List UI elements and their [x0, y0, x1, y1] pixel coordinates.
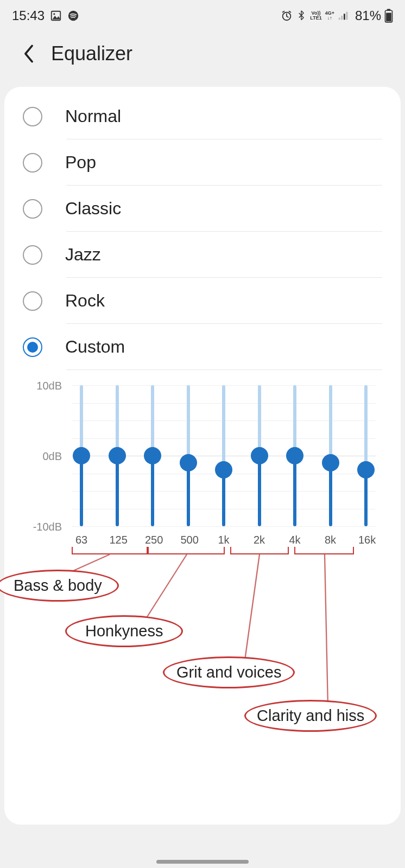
svg-rect-5	[341, 16, 343, 20]
eq-slider-125[interactable]	[112, 385, 123, 526]
eq-freq-label: 1k	[216, 534, 231, 546]
svg-rect-6	[344, 14, 345, 20]
svg-point-1	[53, 13, 55, 15]
preset-row-jazz[interactable]: Jazz	[4, 232, 401, 278]
eq-slider-4k[interactable]	[289, 385, 300, 526]
signal-icon	[338, 10, 350, 21]
navigation-handle[interactable]	[156, 860, 249, 864]
preset-label: Normal	[65, 106, 121, 126]
svg-rect-4	[339, 18, 340, 20]
svg-line-12	[143, 554, 187, 623]
annotation-bubble-bass: Bass & body	[0, 570, 119, 602]
preset-label: Custom	[65, 337, 125, 357]
alarm-icon	[281, 10, 293, 22]
eq-slider-8k[interactable]	[325, 385, 336, 526]
eq-freq-label: 63	[74, 534, 89, 546]
eq-slider-250[interactable]	[147, 385, 158, 526]
settings-card: NormalPopClassicJazzRockCustom 10dB 0dB …	[4, 87, 401, 825]
eq-freq-label: 250	[145, 534, 160, 546]
preset-row-rock[interactable]: Rock	[4, 278, 401, 324]
eq-ylabel-top: 10dB	[29, 380, 62, 392]
eq-freq-label: 500	[181, 534, 196, 546]
annotation-bubble-grit: Grit and voices	[163, 656, 295, 688]
eq-slider-500[interactable]	[183, 385, 194, 526]
annotation-bracket-bass	[72, 547, 148, 554]
preset-radio-normal[interactable]	[23, 107, 42, 126]
volte-icon: Vo))LTE1	[310, 11, 321, 21]
annotation-bracket-honk	[148, 547, 225, 554]
preset-radio-jazz[interactable]	[23, 245, 42, 265]
status-battery-pct: 81%	[355, 8, 381, 23]
svg-line-14	[325, 554, 328, 706]
eq-thumb-16k[interactable]	[357, 461, 375, 478]
page-title: Equalizer	[51, 42, 132, 65]
preset-label: Rock	[65, 291, 105, 311]
eq-thumb-500[interactable]	[180, 454, 197, 471]
preset-radio-classic[interactable]	[23, 199, 42, 219]
preset-row-pop[interactable]: Pop	[4, 139, 401, 186]
eq-slider-1k[interactable]	[218, 385, 229, 526]
equalizer-graph: 10dB 0dB -10dB 631252505001k2k4k8k16k Ba…	[24, 385, 381, 546]
eq-freq-label: 125	[110, 534, 125, 546]
eq-slider-16k[interactable]	[360, 385, 371, 526]
eq-slider-63[interactable]	[76, 385, 87, 526]
svg-rect-9	[387, 9, 391, 11]
eq-freq-label: 16k	[358, 534, 374, 546]
spotify-icon	[67, 10, 79, 22]
back-button[interactable]	[21, 46, 37, 62]
preset-label: Jazz	[65, 245, 101, 265]
preset-row-classic[interactable]: Classic	[4, 186, 401, 232]
preset-radio-pop[interactable]	[23, 153, 42, 173]
status-bar: 15:43 Vo))LTE1 4G+↓↑ 81%	[0, 0, 405, 29]
preset-radio-rock[interactable]	[23, 291, 42, 311]
gallery-icon	[50, 10, 62, 22]
status-time: 15:43	[12, 8, 45, 23]
eq-freq-label: 8k	[323, 534, 338, 546]
annotation-bracket-clarity	[294, 547, 354, 554]
eq-thumb-1k[interactable]	[215, 461, 232, 478]
preset-label: Classic	[65, 199, 121, 219]
eq-slider-2k[interactable]	[254, 385, 265, 526]
annotation-bubble-honk: Honkyness	[65, 615, 183, 647]
page-header: Equalizer	[0, 29, 405, 87]
eq-thumb-2k[interactable]	[251, 447, 268, 464]
eq-thumb-125[interactable]	[109, 447, 126, 464]
preset-radio-custom[interactable]	[23, 337, 42, 357]
bluetooth-icon	[296, 10, 307, 22]
svg-line-13	[244, 554, 260, 664]
preset-row-normal[interactable]: Normal	[4, 93, 401, 139]
eq-thumb-63[interactable]	[73, 447, 90, 464]
preset-label: Pop	[65, 152, 96, 173]
eq-freq-label: 2k	[252, 534, 267, 546]
network-4g-icon: 4G+↓↑	[325, 11, 334, 21]
eq-freq-label: 4k	[287, 534, 302, 546]
eq-thumb-8k[interactable]	[322, 454, 339, 471]
annotation-bubble-clarity: Clarity and hiss	[244, 700, 377, 732]
preset-row-custom[interactable]: Custom	[4, 324, 401, 370]
eq-ylabel-mid: 0dB	[29, 450, 62, 463]
svg-rect-10	[386, 13, 391, 22]
annotation-bracket-grit	[230, 547, 289, 554]
eq-thumb-4k[interactable]	[286, 447, 303, 464]
eq-thumb-250[interactable]	[144, 447, 161, 464]
eq-ylabel-bot: -10dB	[29, 521, 62, 533]
battery-icon	[384, 9, 393, 23]
svg-rect-7	[346, 12, 348, 20]
